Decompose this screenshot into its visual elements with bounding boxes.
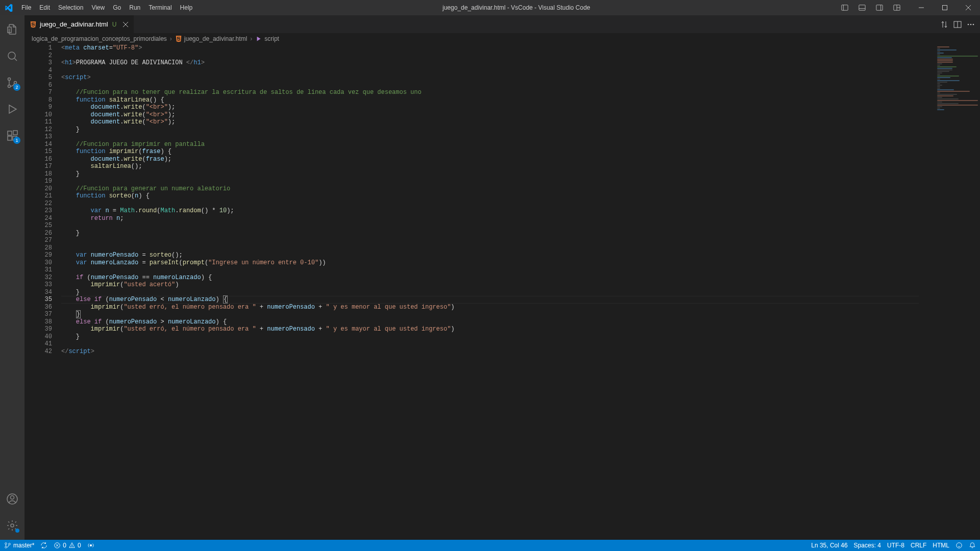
source-control-icon[interactable]: 2	[0, 70, 24, 95]
code-line[interactable]	[61, 237, 919, 244]
menu-item-help[interactable]: Help	[176, 0, 197, 15]
code-line[interactable]: }	[61, 170, 919, 178]
code-line[interactable]: }	[61, 311, 919, 318]
accounts-icon[interactable]	[0, 487, 24, 511]
code-line[interactable]	[61, 340, 919, 348]
status-branch[interactable]: master*	[4, 542, 34, 549]
code-line[interactable]: //Funcion para generar un numero aleator…	[61, 185, 919, 193]
code-content[interactable]: <meta charset="UTF-8"> <h1>PROGRAMA JUEG…	[61, 44, 980, 540]
code-line[interactable]: <script>	[61, 74, 919, 82]
code-line[interactable]: return n;	[61, 215, 919, 222]
status-language[interactable]: HTML	[933, 542, 949, 549]
editor-tab[interactable]: juego_de_adivinar.html U	[24, 15, 134, 33]
code-line[interactable]: document.write("<br>");	[61, 104, 919, 111]
settings-gear-icon[interactable]	[0, 513, 24, 538]
code-line[interactable]: <meta charset="UTF-8">	[61, 44, 919, 52]
code-line[interactable]: function imprimir(frase) {	[61, 148, 919, 156]
split-editor-icon[interactable]	[953, 20, 962, 29]
code-line[interactable]: document.write("<br>");	[61, 118, 919, 126]
chevron-right-icon: ›	[169, 35, 173, 42]
tab-close-icon[interactable]	[122, 21, 129, 28]
code-line[interactable]	[61, 200, 919, 208]
code-line[interactable]: function saltarLinea() {	[61, 96, 919, 104]
code-line[interactable]: saltarLinea();	[61, 163, 919, 170]
run-debug-icon[interactable]	[0, 97, 24, 121]
code-line[interactable]: </script>	[61, 348, 919, 356]
git-branch-icon	[4, 542, 11, 549]
menu-item-selection[interactable]: Selection	[54, 0, 87, 15]
code-line[interactable]: var numeroLanzado = parseInt(prompt("Ing…	[61, 259, 919, 267]
code-line[interactable]	[61, 222, 919, 230]
breadcrumb-symbol[interactable]: script	[255, 35, 279, 42]
breadcrumb-file[interactable]: juego_de_adivinar.html	[175, 35, 247, 42]
code-line[interactable]: var numeroPensado = sorteo();	[61, 252, 919, 259]
code-line[interactable]	[61, 244, 919, 252]
status-encoding[interactable]: UTF-8	[887, 542, 904, 549]
menu-item-go[interactable]: Go	[109, 0, 125, 15]
customize-layout-icon[interactable]	[888, 0, 905, 15]
svg-point-41	[90, 544, 92, 546]
code-line[interactable]	[61, 178, 919, 185]
menu-item-file[interactable]: File	[17, 0, 35, 15]
code-line[interactable]	[61, 82, 919, 89]
main-area: 2 1	[0, 15, 980, 540]
svg-point-34	[5, 546, 7, 548]
minimap[interactable]	[934, 44, 980, 540]
search-icon[interactable]	[0, 44, 24, 68]
activity-bar: 2 1	[0, 15, 24, 540]
code-line[interactable]: imprimir("usted erró, el número pensado …	[61, 304, 919, 311]
toggle-secondary-sidebar-icon[interactable]	[871, 0, 888, 15]
status-eol[interactable]: CRLF	[911, 542, 926, 549]
maximize-icon[interactable]	[933, 0, 957, 15]
code-line[interactable]: document.write(frase);	[61, 156, 919, 163]
close-icon[interactable]	[957, 0, 980, 15]
code-line[interactable]: <h1>PROGRAMA JUEGO DE ADIVINACION </h1>	[61, 59, 919, 67]
explorer-icon[interactable]	[0, 17, 24, 42]
menu-item-terminal[interactable]: Terminal	[144, 0, 176, 15]
minimize-icon[interactable]	[910, 0, 933, 15]
code-line[interactable]	[61, 52, 919, 60]
svg-marker-18	[9, 105, 16, 113]
extensions-icon[interactable]: 1	[0, 123, 24, 148]
status-cursor[interactable]: Ln 35, Col 46	[811, 542, 847, 549]
more-actions-icon[interactable]	[967, 20, 975, 29]
menu-item-view[interactable]: View	[87, 0, 109, 15]
code-line[interactable]: imprimir("usted acertó")	[61, 281, 919, 289]
status-feedback-icon[interactable]	[955, 542, 963, 549]
code-line[interactable]: }	[61, 333, 919, 341]
breadcrumb[interactable]: logica_de_programacion_conceptos_primord…	[24, 33, 980, 44]
breadcrumb-folder[interactable]: logica_de_programacion_conceptos_primord…	[32, 35, 167, 42]
code-line[interactable]	[61, 266, 919, 274]
toggle-panel-icon[interactable]	[853, 0, 871, 15]
svg-point-15	[8, 78, 11, 81]
code-line[interactable]: }	[61, 289, 919, 296]
error-icon	[54, 542, 61, 549]
code-line[interactable]: }	[61, 126, 919, 134]
toggle-primary-sidebar-icon[interactable]	[836, 0, 853, 15]
code-line[interactable]: else if (numeroPensado > numeroLanzado) …	[61, 318, 919, 326]
code-line[interactable]: //Funcion para imprimir en pantalla	[61, 141, 919, 148]
status-problems[interactable]: 0 0	[54, 542, 81, 549]
code-line[interactable]: else if (numeroPensado < numeroLanzado) …	[61, 296, 919, 304]
code-line[interactable]: imprimir("usted erró, el número pensado …	[61, 325, 919, 333]
svg-rect-22	[13, 131, 17, 135]
menu-item-edit[interactable]: Edit	[35, 0, 54, 15]
code-line[interactable]: var n = Math.round(Math.random() * 10);	[61, 207, 919, 215]
status-notifications-icon[interactable]	[969, 542, 976, 549]
code-line[interactable]	[61, 133, 919, 141]
code-line[interactable]: //Funcion para no tener que realizar la …	[61, 89, 919, 96]
main-menu: FileEditSelectionViewGoRunTerminalHelp	[17, 0, 197, 15]
code-line[interactable]: function sorteo(n) {	[61, 192, 919, 200]
compare-changes-icon[interactable]	[940, 20, 948, 29]
menu-item-run[interactable]: Run	[125, 0, 144, 15]
code-line[interactable]: if (numeroPensado == numeroLanzado) {	[61, 274, 919, 282]
status-spaces[interactable]: Spaces: 4	[854, 542, 881, 549]
status-sync[interactable]	[40, 542, 47, 549]
code-editor[interactable]: 1234567891011121314151617181920212223242…	[24, 44, 980, 540]
code-line[interactable]: document.write("<br>");	[61, 111, 919, 119]
code-line[interactable]: }	[61, 230, 919, 237]
status-live-server[interactable]	[87, 542, 94, 549]
svg-point-40	[72, 546, 72, 547]
svg-point-32	[973, 23, 974, 25]
code-line[interactable]	[61, 67, 919, 74]
